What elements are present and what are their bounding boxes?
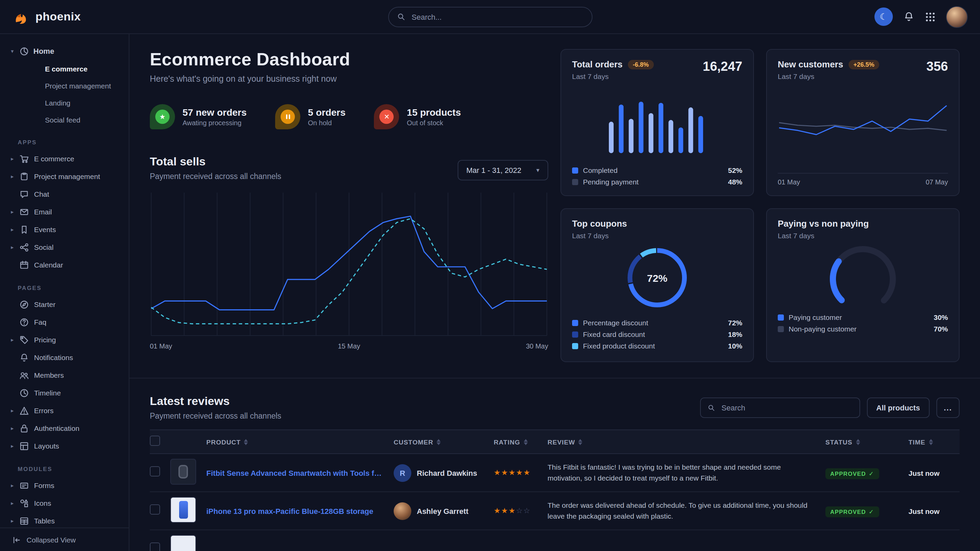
x-tick-label: 01 May [150,342,172,350]
column-header-customer[interactable]: CUSTOMER [394,438,494,446]
sidebar: ▾ Home E commerceProject managementLandi… [0,34,129,551]
dark-mode-toggle[interactable]: ☾ [875,8,893,26]
column-header-status[interactable]: STATUS [826,438,908,446]
legend-value: 72% [728,319,742,327]
product-thumbnail[interactable] [170,459,196,484]
total-sells-chart-canvas [150,191,548,337]
brand-name: phoenix [35,10,81,24]
sidebar-item-home[interactable]: ▾ Home [11,42,129,60]
compass-icon [19,299,29,310]
star-icon: ★ [509,468,515,477]
sidebar-item-members[interactable]: ▸ Members [11,366,129,384]
row-checkbox[interactable] [150,543,160,551]
reviews-table-header: PRODUCT CUSTOMER RATING REVIEW STATUS TI… [150,429,959,454]
collapsed-view-toggle[interactable]: Collapsed View [0,527,129,551]
total-sells-header: Total sells Payment received across all … [150,155,548,180]
star-icon: ★ [494,507,501,515]
table-row: iPhone 13 pro max-Pacific Blue-128GB sto… [150,492,959,530]
date-range-value: Mar 1 - 31, 2022 [466,166,521,174]
column-header-rating[interactable]: RATING [494,438,547,446]
clipboard-icon [19,171,29,181]
sort-icon [244,439,248,445]
reviews-search[interactable] [700,397,860,418]
sidebar-item-pricing[interactable]: ▸ Pricing [11,331,129,348]
notifications-button[interactable] [903,11,915,22]
chevron-down-icon: ▾ [536,167,539,173]
legend-item: Fixed card discount 18% [572,330,742,338]
pie-chart-icon [19,46,29,56]
legend-item: Percentage discount 72% [572,319,742,327]
product-link[interactable]: iPhone 13 pro max-Pacific Blue-128GB sto… [206,507,394,515]
new-customers-x-axis: 01 May 07 May [778,173,948,186]
sidebar-item-starter[interactable]: ▸ Starter [11,295,129,313]
sidebar-item-tables[interactable]: ▸ Tables [11,512,129,530]
sidebar-item-layouts[interactable]: ▸ Layouts [11,437,129,455]
latest-reviews-section: Latest reviews Payment received across a… [129,378,980,551]
sidebar-item-e-commerce[interactable]: ▸ E commerce [11,150,129,167]
global-search[interactable] [388,6,592,27]
stat-value: 57 new orders [183,107,247,118]
rating-stars: ★★★★★ [494,468,547,477]
sidebar-subitem-landing[interactable]: Landing [11,94,129,111]
star-icon: ★ [509,507,515,515]
sidebar-subitem-social-feed[interactable]: Social feed [11,111,129,128]
brand[interactable]: phoenix [12,8,81,25]
column-header-product[interactable]: PRODUCT [206,438,394,446]
product-link[interactable]: Fitbit Sense Advanced Smartwatch with To… [206,468,394,477]
share-icon [19,242,29,252]
column-header-review[interactable]: REVIEW [547,438,826,446]
date-range-select[interactable]: Mar 1 - 31, 2022 ▾ [458,160,549,180]
legend-label: Pending payment [583,178,723,186]
legend-value: 30% [934,313,948,321]
reviews-search-input[interactable] [720,403,853,412]
caret-right-icon: ▸ [11,173,19,179]
sidebar-item-faq[interactable]: ▸ Faq [11,313,129,331]
apps-menu-button[interactable] [925,11,936,22]
grid-dots-icon [925,11,936,22]
customer-avatar [394,502,411,520]
sidebar-item-icons[interactable]: ▸ Icons [11,494,129,512]
select-all-checkbox[interactable] [150,435,160,446]
global-search-input[interactable] [410,12,583,21]
reviews-table-body: Fitbit Sense Advanced Smartwatch with To… [150,454,959,551]
sidebar-item-project-management[interactable]: ▸ Project management [11,167,129,185]
sidebar-home-label: Home [33,47,54,55]
lock-icon [19,423,29,433]
total-orders-title: Total orders [572,59,622,70]
sidebar-item-notifications[interactable]: ▸ Notifications [11,348,129,366]
page-title: Ecommerce Dashboard [150,49,548,70]
legend-item: Paying customer 30% [778,313,948,321]
column-header-time[interactable]: TIME [908,438,959,446]
sidebar-home-children: E commerceProject managementLandingSocia… [11,60,129,128]
sidebar-item-errors[interactable]: ▸ Errors [11,402,129,419]
top-coupons-donut-chart: 72% [623,244,691,312]
caret-right-icon: ▸ [11,337,19,343]
sidebar-item-timeline[interactable]: ▸ Timeline [11,384,129,402]
all-products-button[interactable]: All products [867,397,929,418]
sidebar-section-label: APPS [11,139,129,146]
sidebar-item-social[interactable]: ▸ Social [11,238,129,256]
navbar-actions: ☾ [875,6,968,27]
sidebar-section-label: PAGES [11,284,129,291]
sidebar-item-authentication[interactable]: ▸ Authentication [11,419,129,437]
user-avatar[interactable] [946,6,968,27]
customer-name: Ashley Garrett [417,507,469,515]
sidebar-item-chat[interactable]: ▸ Chat [11,185,129,203]
layout-icon [19,441,29,451]
stat-value: 15 products [407,107,461,118]
product-thumbnail[interactable] [170,497,196,522]
caret-right-icon: ▸ [11,482,19,488]
more-options-button[interactable]: ... [936,397,959,418]
paying-legend: Paying customer 30% Non-paying customer … [778,313,948,333]
row-checkbox[interactable] [150,466,160,476]
sidebar-subitem-project-management[interactable]: Project management [11,77,129,94]
sidebar-item-calendar[interactable]: ▸ Calendar [11,256,129,274]
row-checkbox[interactable] [150,504,160,514]
cart-icon [19,154,29,164]
sidebar-item-forms[interactable]: ▸ Forms [11,476,129,494]
question-icon [19,317,29,327]
sidebar-item-events[interactable]: ▸ Events [11,221,129,238]
sidebar-subitem-e-commerce[interactable]: E commerce [11,60,129,77]
sidebar-item-email[interactable]: ▸ Email [11,203,129,221]
product-thumbnail[interactable] [170,535,196,551]
